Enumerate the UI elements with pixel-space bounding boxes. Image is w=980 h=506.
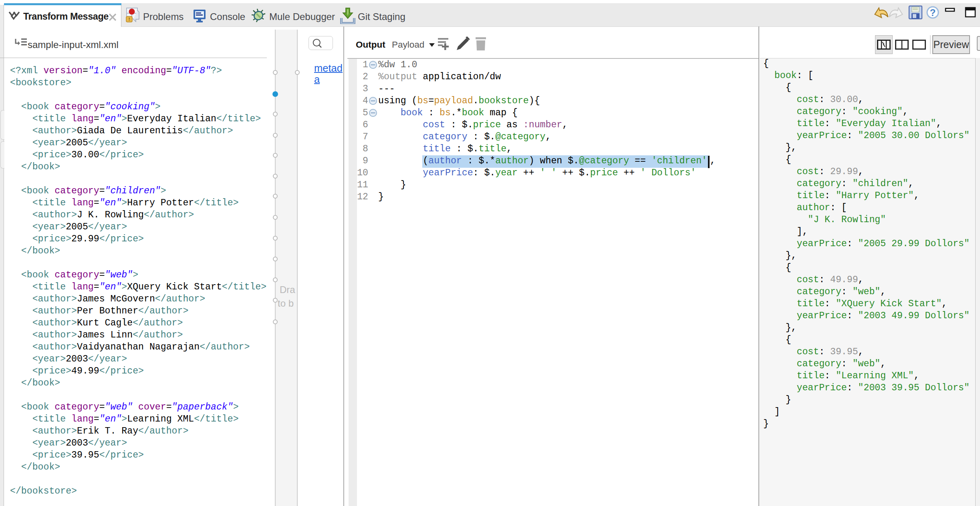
svg-text:!: !: [129, 17, 130, 22]
svg-text:?: ?: [930, 7, 936, 18]
